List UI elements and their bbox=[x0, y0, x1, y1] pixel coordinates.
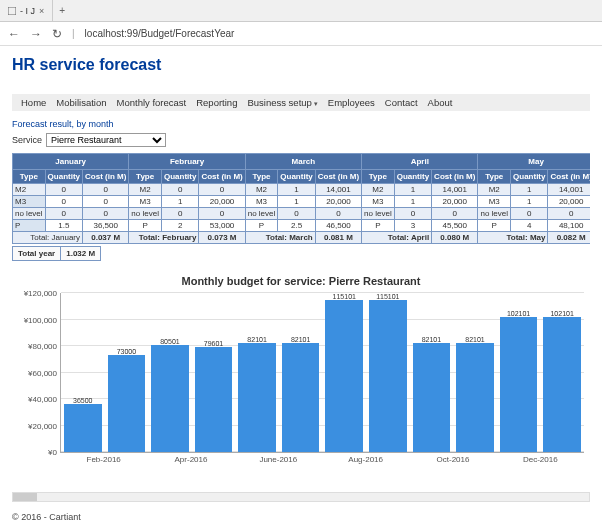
section-subtitle: Forecast result, by month bbox=[12, 119, 590, 129]
menu-item-monthly-forecast[interactable]: Monthly forecast bbox=[112, 95, 192, 110]
refresh-button[interactable]: ↻ bbox=[52, 27, 62, 41]
menu-item-contact[interactable]: Contact bbox=[380, 95, 423, 110]
year-total-value: 1.032 M bbox=[61, 247, 101, 261]
col-header: Quantity bbox=[511, 170, 548, 184]
browser-tab-strip: - I J × + bbox=[0, 0, 602, 22]
chart-bar: 82101 bbox=[282, 343, 320, 452]
col-header: Type bbox=[245, 170, 278, 184]
month-total-label: Total: March bbox=[245, 232, 315, 244]
month-header: April bbox=[362, 154, 478, 170]
col-header: Cost (in M) bbox=[83, 170, 129, 184]
bar-value-label: 115101 bbox=[376, 293, 399, 300]
col-header: Cost (in M) bbox=[432, 170, 478, 184]
bar-chart: ¥0¥20,000¥40,000¥60,000¥80,000¥100,000¥1… bbox=[60, 293, 584, 453]
col-header: Quantity bbox=[394, 170, 431, 184]
url-separator: | bbox=[72, 28, 75, 39]
month-total-label: Total: May bbox=[478, 232, 548, 244]
page-footer: © 2016 - Cartiant bbox=[0, 508, 602, 530]
col-header: Quantity bbox=[45, 170, 82, 184]
month-total-label: Total: April bbox=[362, 232, 432, 244]
table-row: M300M3120,000M3120,000M3120,000M3120,000… bbox=[13, 196, 591, 208]
y-tick: ¥120,000 bbox=[24, 289, 61, 298]
bar-value-label: 82101 bbox=[291, 336, 310, 343]
col-header: Quantity bbox=[161, 170, 198, 184]
chart-bar: 36500 bbox=[64, 404, 102, 452]
forecast-table: JanuaryFebruaryMarchAprilMayJuneJuly Typ… bbox=[12, 153, 590, 244]
y-tick: ¥60,000 bbox=[28, 368, 61, 377]
chart-bar: 115101 bbox=[325, 300, 363, 453]
back-button[interactable]: ← bbox=[8, 27, 20, 41]
chart-bar: 102101 bbox=[543, 317, 581, 452]
bar-value-label: 79601 bbox=[204, 340, 223, 347]
service-label: Service bbox=[12, 135, 42, 145]
chart-bar: 80501 bbox=[151, 345, 189, 452]
address-bar: ← → ↻ | localhost:99/Budget/ForecastYear bbox=[0, 22, 602, 46]
forward-button[interactable]: → bbox=[30, 27, 42, 41]
y-tick: ¥80,000 bbox=[28, 342, 61, 351]
chart-bar: 115101 bbox=[369, 300, 407, 453]
month-total-value: 0.073 M bbox=[199, 232, 245, 244]
menu-item-mobilisation[interactable]: Mobilisation bbox=[51, 95, 111, 110]
month-header: March bbox=[245, 154, 361, 170]
month-header: January bbox=[13, 154, 129, 170]
tab-title: - I J bbox=[20, 6, 35, 16]
bar-value-label: 80501 bbox=[160, 338, 179, 345]
table-row: P1.536,500P253,000P2.546,500P345,500P448… bbox=[13, 220, 591, 232]
col-header: Type bbox=[362, 170, 395, 184]
year-total-label: Total year bbox=[13, 247, 61, 261]
chart-bar: 102101 bbox=[500, 317, 538, 452]
col-header: Type bbox=[478, 170, 511, 184]
main-menu: HomeMobilisationMonthly forecastReportin… bbox=[12, 94, 590, 111]
y-tick: ¥100,000 bbox=[24, 315, 61, 324]
chart-title: Monthly budget for service: Pierre Resta… bbox=[12, 275, 590, 287]
page-title: HR service forecast bbox=[12, 56, 590, 74]
menu-item-about[interactable]: About bbox=[423, 95, 458, 110]
chart-bar: 82101 bbox=[238, 343, 276, 452]
month-total-label: Total: January bbox=[13, 232, 83, 244]
bar-value-label: 73000 bbox=[117, 348, 136, 355]
chart-x-axis: Feb-2016Apr-2016June-2016Aug-2016Oct-201… bbox=[60, 455, 584, 464]
month-total-value: 0.080 M bbox=[432, 232, 478, 244]
col-header: Type bbox=[13, 170, 46, 184]
scrollbar-thumb[interactable] bbox=[13, 493, 37, 501]
close-tab-icon[interactable]: × bbox=[39, 6, 44, 16]
bar-value-label: 102101 bbox=[550, 310, 573, 317]
browser-tab[interactable]: - I J × bbox=[0, 0, 53, 21]
col-header: Cost (in M) bbox=[548, 170, 590, 184]
x-tick: Oct-2016 bbox=[409, 455, 496, 464]
menu-item-business-setup[interactable]: Business setup bbox=[242, 95, 322, 110]
month-total-value: 0.037 M bbox=[83, 232, 129, 244]
y-tick: ¥20,000 bbox=[28, 421, 61, 430]
col-header: Cost (in M) bbox=[199, 170, 245, 184]
table-row: M200M200M2114,001M2114,001M2114,001M2114… bbox=[13, 184, 591, 196]
y-tick: ¥40,000 bbox=[28, 395, 61, 404]
menu-item-reporting[interactable]: Reporting bbox=[191, 95, 242, 110]
horizontal-scrollbar[interactable] bbox=[12, 492, 590, 502]
bar-value-label: 115101 bbox=[333, 293, 356, 300]
col-header: Cost (in M) bbox=[315, 170, 361, 184]
col-header: Quantity bbox=[278, 170, 315, 184]
bar-value-label: 82101 bbox=[247, 336, 266, 343]
chart-bar: 82101 bbox=[456, 343, 494, 452]
chart-bar: 73000 bbox=[108, 355, 146, 452]
chart-bar: 79601 bbox=[195, 347, 233, 452]
x-tick: Apr-2016 bbox=[147, 455, 234, 464]
x-tick: Dec-2016 bbox=[497, 455, 584, 464]
page-icon bbox=[8, 7, 16, 15]
bar-value-label: 82101 bbox=[465, 336, 484, 343]
x-tick: Aug-2016 bbox=[322, 455, 409, 464]
bar-value-label: 82101 bbox=[422, 336, 441, 343]
svg-rect-0 bbox=[8, 7, 16, 15]
month-header: February bbox=[129, 154, 245, 170]
service-select[interactable]: Pierre Restaurant bbox=[46, 133, 166, 147]
menu-item-home[interactable]: Home bbox=[16, 95, 51, 110]
menu-item-employees[interactable]: Employees bbox=[323, 95, 380, 110]
chart-bar: 82101 bbox=[413, 343, 451, 452]
url-text[interactable]: localhost:99/Budget/ForecastYear bbox=[85, 28, 235, 39]
month-total-value: 0.081 M bbox=[315, 232, 361, 244]
x-tick: Feb-2016 bbox=[60, 455, 147, 464]
new-tab-button[interactable]: + bbox=[53, 5, 71, 16]
y-tick: ¥0 bbox=[48, 448, 61, 457]
month-header: May bbox=[478, 154, 590, 170]
table-row: no level00no level00no level00no level00… bbox=[13, 208, 591, 220]
